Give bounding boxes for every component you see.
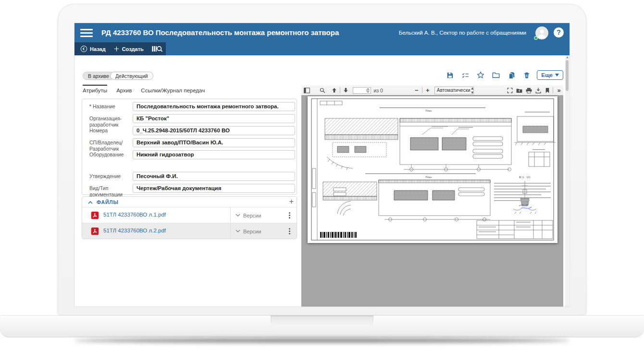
print-button[interactable] <box>524 85 533 96</box>
prev-page-button[interactable] <box>330 85 338 96</box>
star-icon <box>476 71 485 79</box>
plus-icon <box>113 46 120 52</box>
pdf-viewer: из 0 − + Автоматически ▲▼ <box>301 85 563 307</box>
app-window: РД 4233760 ВО Последовательность монтажа… <box>74 23 570 307</box>
field-label: Номера <box>89 128 131 134</box>
toolbar-more-button[interactable]: » <box>555 85 563 96</box>
save-button[interactable] <box>445 70 455 80</box>
page-number-input[interactable] <box>353 87 371 94</box>
field-label: Оборудование <box>89 152 131 158</box>
field-label: СП/Владелец/ Разработчик <box>89 140 131 152</box>
toolbar-divider <box>422 87 422 93</box>
arrow-up-icon <box>332 88 337 93</box>
catalog-search-button[interactable] <box>151 45 163 53</box>
row-menu-icon[interactable] <box>285 227 293 236</box>
more-button[interactable]: Еще <box>537 70 563 80</box>
file-link[interactable]: 51ТЛ 4233760ВО л.2.pdf <box>103 228 166 233</box>
field-label: Организация-разработчик <box>89 115 131 128</box>
open-file-button[interactable] <box>515 85 524 96</box>
scroll-up-icon[interactable]: ▲ <box>566 56 569 59</box>
pdf-file-icon <box>91 211 99 219</box>
files-header: ФАЙЛЫ + <box>82 197 297 207</box>
online-status-dot <box>534 36 538 40</box>
nav-group: Назад Создать <box>74 42 166 55</box>
checklist-button[interactable] <box>460 70 471 80</box>
page-count-label: из 0 <box>373 88 383 93</box>
catalog-search-icon <box>151 45 163 53</box>
add-file-button[interactable]: + <box>289 197 294 206</box>
folder-button[interactable] <box>491 70 501 80</box>
download-icon <box>535 88 541 93</box>
menu-icon[interactable] <box>80 29 93 39</box>
chevron-up-icon[interactable] <box>88 201 93 204</box>
file-row[interactable]: 51ТЛ 4233760ВО л.1.pdf Версии <box>82 207 297 223</box>
create-button[interactable]: Создать <box>113 46 144 52</box>
nav-bar: Назад Создать <box>74 42 570 55</box>
field-label: Утверждение <box>89 173 131 180</box>
printer-icon <box>526 88 532 93</box>
search-icon <box>320 88 325 93</box>
scrollbar[interactable]: ▲ <box>565 55 569 307</box>
zoom-out-button[interactable]: − <box>413 85 421 96</box>
presentation-mode-button[interactable] <box>506 85 515 96</box>
pdf-file-icon <box>91 227 99 235</box>
app-header: РД 4233760 ВО Последовательность монтажа… <box>74 23 570 42</box>
documents-icon <box>508 71 516 79</box>
name-field[interactable]: Последовательность монтажа ремонтного за… <box>133 102 295 111</box>
favorite-button[interactable] <box>475 70 486 80</box>
pdf-search-button[interactable] <box>315 85 330 96</box>
user-name[interactable]: Бельский А. В., Сектор по работе с обращ… <box>399 30 526 36</box>
back-button[interactable]: Назад <box>80 45 106 52</box>
technical-drawing: План План В (1 : 10) <box>308 96 557 243</box>
versions-toggle[interactable]: Версии <box>230 207 282 223</box>
chevron-down-icon <box>235 230 240 233</box>
bookmark-button[interactable] <box>543 85 552 96</box>
sidebar-toggle-button[interactable] <box>301 85 312 96</box>
files-section: ФАЙЛЫ + 51ТЛ 4233760ВО л.1.pdf Версии <box>82 196 297 239</box>
trash-icon <box>523 71 531 79</box>
field-label: * Название <box>89 103 131 110</box>
drawing-label-plan2: План <box>425 176 432 179</box>
versions-toggle[interactable]: Версии <box>230 223 282 239</box>
tab-links-journal[interactable]: Ссылки/Журнал передач <box>141 85 205 93</box>
arrow-down-icon <box>343 88 348 93</box>
zoom-level-select[interactable]: Автоматически ▲▼ <box>434 87 474 94</box>
owner-field[interactable]: Верхний завод/ПТО/Васин Ю.А. <box>133 138 295 147</box>
doc-type-field[interactable]: Чертеж/Рабочая документация <box>133 184 295 193</box>
caret-down-icon <box>555 74 559 77</box>
next-page-button[interactable] <box>342 85 350 96</box>
equipment-field[interactable]: Нижний гидрозатвор <box>133 150 295 159</box>
open-folder-icon <box>516 88 522 93</box>
bookmark-icon <box>545 88 550 93</box>
developer-org-field[interactable]: КБ "Росток" <box>133 114 295 123</box>
download-button[interactable] <box>533 85 543 96</box>
drawing-label-plan1: План <box>425 109 432 112</box>
page-title: РД 4233760 ВО Последовательность монтажа… <box>101 28 339 37</box>
scrollbar-thumb[interactable] <box>566 60 569 91</box>
toolbar-divider <box>340 87 340 93</box>
status-badge-active[interactable]: Действующий <box>110 72 153 80</box>
laptop-mockup: РД 4233760 ВО Последовательность монтажа… <box>0 0 644 359</box>
attributes-panel: * Название Последовательность монтажа ре… <box>82 99 297 195</box>
chevron-down-icon <box>235 214 240 217</box>
files-section-title: ФАЙЛЫ <box>97 199 118 205</box>
drawing-label-detail-b: В (1 : 10) <box>519 176 530 179</box>
document-actions: Еще <box>445 69 563 81</box>
back-arrow-icon <box>80 45 87 52</box>
sidebar-icon <box>304 88 310 93</box>
copy-button[interactable] <box>506 70 517 80</box>
help-button[interactable]: ? <box>554 27 564 38</box>
zoom-in-button[interactable]: + <box>424 85 432 96</box>
delete-button[interactable] <box>521 70 532 80</box>
tab-archive[interactable]: Архив <box>116 85 132 93</box>
row-menu-icon[interactable] <box>285 211 293 220</box>
approval-field[interactable]: Песочный Ф.И. <box>133 172 295 181</box>
save-icon <box>446 71 454 79</box>
checklist-icon <box>461 71 470 79</box>
numbers-field[interactable]: 0_Ч.25.2948-2015/50ТЛ 4233760 ВО <box>133 126 295 135</box>
file-link[interactable]: 51ТЛ 4233760ВО л.1.pdf <box>103 212 166 218</box>
laptop-shadow <box>74 338 570 343</box>
laptop-notch <box>271 315 373 327</box>
file-row[interactable]: 51ТЛ 4233760ВО л.2.pdf Версии <box>82 223 297 239</box>
tab-attributes[interactable]: Атрибуты <box>83 85 107 93</box>
